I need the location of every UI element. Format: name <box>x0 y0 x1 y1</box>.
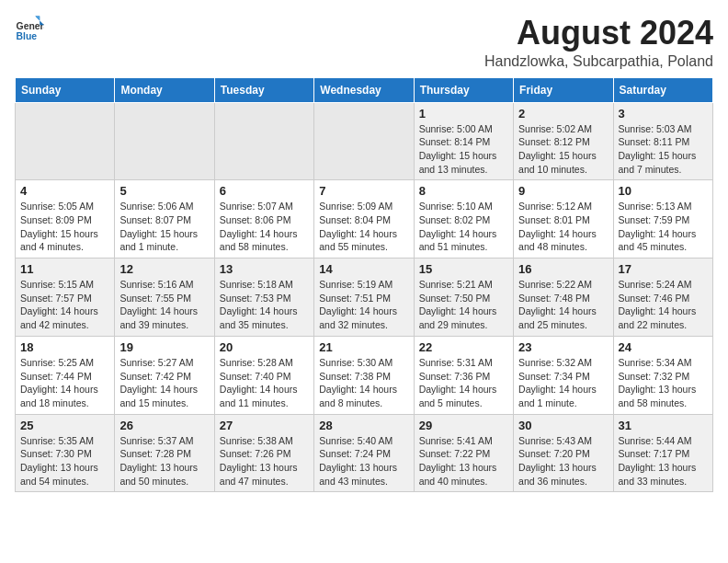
day-info: Sunrise: 5:34 AM Sunset: 7:32 PM Dayligh… <box>619 356 708 410</box>
day-number: 18 <box>20 340 109 354</box>
day-number: 1 <box>419 107 508 121</box>
calendar-day-cell: 19Sunrise: 5:27 AM Sunset: 7:42 PM Dayli… <box>115 336 214 414</box>
calendar-day-cell: 4Sunrise: 5:05 AM Sunset: 8:09 PM Daylig… <box>16 180 115 259</box>
calendar-day-cell: 9Sunrise: 5:12 AM Sunset: 8:01 PM Daylig… <box>514 180 613 259</box>
day-info: Sunrise: 5:07 AM Sunset: 8:06 PM Dayligh… <box>220 200 309 254</box>
calendar-table: SundayMondayTuesdayWednesdayThursdayFrid… <box>15 77 713 493</box>
day-number: 13 <box>220 262 309 276</box>
day-number: 30 <box>518 419 608 432</box>
day-number: 15 <box>419 262 508 276</box>
day-number: 10 <box>619 184 708 198</box>
day-info: Sunrise: 5:18 AM Sunset: 7:53 PM Dayligh… <box>220 278 309 332</box>
title-block: August 2024 Handzlowka, Subcarpathia, Po… <box>484 15 713 70</box>
weekday-header-tuesday: Tuesday <box>214 77 313 102</box>
day-info: Sunrise: 5:38 AM Sunset: 7:26 PM Dayligh… <box>220 434 309 488</box>
day-info: Sunrise: 5:21 AM Sunset: 7:50 PM Dayligh… <box>419 278 508 332</box>
svg-marker-3 <box>35 17 40 21</box>
day-number: 6 <box>220 184 309 198</box>
day-number: 14 <box>319 262 408 276</box>
day-number: 23 <box>518 340 608 354</box>
calendar-day-cell: 20Sunrise: 5:28 AM Sunset: 7:40 PM Dayli… <box>214 336 313 414</box>
day-number: 5 <box>119 184 209 198</box>
day-number: 26 <box>119 419 209 432</box>
weekday-header-friday: Friday <box>514 77 613 102</box>
calendar-week-row: 4Sunrise: 5:05 AM Sunset: 8:09 PM Daylig… <box>16 180 713 259</box>
day-number: 28 <box>319 419 408 432</box>
weekday-header-wednesday: Wednesday <box>314 77 414 102</box>
calendar-day-cell <box>214 102 313 180</box>
weekday-header-row: SundayMondayTuesdayWednesdayThursdayFrid… <box>16 77 713 102</box>
day-info: Sunrise: 5:40 AM Sunset: 7:24 PM Dayligh… <box>319 434 408 488</box>
calendar-week-row: 11Sunrise: 5:15 AM Sunset: 7:57 PM Dayli… <box>16 259 713 337</box>
weekday-header-monday: Monday <box>115 77 214 102</box>
day-info: Sunrise: 5:09 AM Sunset: 8:04 PM Dayligh… <box>319 200 408 254</box>
calendar-week-row: 18Sunrise: 5:25 AM Sunset: 7:44 PM Dayli… <box>16 336 713 414</box>
day-info: Sunrise: 5:15 AM Sunset: 7:57 PM Dayligh… <box>20 278 109 332</box>
calendar-week-row: 25Sunrise: 5:35 AM Sunset: 7:30 PM Dayli… <box>16 414 713 492</box>
day-number: 25 <box>20 419 109 432</box>
day-number: 9 <box>518 184 608 198</box>
day-info: Sunrise: 5:00 AM Sunset: 8:14 PM Dayligh… <box>419 122 508 177</box>
calendar-day-cell: 31Sunrise: 5:44 AM Sunset: 7:17 PM Dayli… <box>613 414 712 492</box>
calendar-day-cell: 7Sunrise: 5:09 AM Sunset: 8:04 PM Daylig… <box>314 180 414 259</box>
calendar-day-cell: 3Sunrise: 5:03 AM Sunset: 8:11 PM Daylig… <box>613 102 712 180</box>
calendar-day-cell: 21Sunrise: 5:30 AM Sunset: 7:38 PM Dayli… <box>314 336 414 414</box>
calendar-day-cell: 5Sunrise: 5:06 AM Sunset: 8:07 PM Daylig… <box>115 180 214 259</box>
weekday-header-sunday: Sunday <box>16 77 115 102</box>
calendar-day-cell: 25Sunrise: 5:35 AM Sunset: 7:30 PM Dayli… <box>16 414 115 492</box>
weekday-header-saturday: Saturday <box>613 77 712 102</box>
calendar-day-cell: 11Sunrise: 5:15 AM Sunset: 7:57 PM Dayli… <box>16 259 115 337</box>
calendar-day-cell: 23Sunrise: 5:32 AM Sunset: 7:34 PM Dayli… <box>514 336 613 414</box>
day-info: Sunrise: 5:37 AM Sunset: 7:28 PM Dayligh… <box>119 434 209 488</box>
calendar-week-row: 1Sunrise: 5:00 AM Sunset: 8:14 PM Daylig… <box>16 102 713 180</box>
day-number: 27 <box>220 419 309 432</box>
generalblue-logo-icon: General Blue <box>15 15 44 44</box>
page-title: August 2024 <box>484 15 713 52</box>
calendar-day-cell: 28Sunrise: 5:40 AM Sunset: 7:24 PM Dayli… <box>314 414 414 492</box>
day-number: 31 <box>619 419 708 432</box>
calendar-day-cell: 6Sunrise: 5:07 AM Sunset: 8:06 PM Daylig… <box>214 180 313 259</box>
day-number: 29 <box>419 419 508 432</box>
day-info: Sunrise: 5:28 AM Sunset: 7:40 PM Dayligh… <box>220 356 309 410</box>
day-info: Sunrise: 5:31 AM Sunset: 7:36 PM Dayligh… <box>419 356 508 410</box>
calendar-day-cell: 15Sunrise: 5:21 AM Sunset: 7:50 PM Dayli… <box>414 259 513 337</box>
calendar-day-cell: 14Sunrise: 5:19 AM Sunset: 7:51 PM Dayli… <box>314 259 414 337</box>
day-info: Sunrise: 5:27 AM Sunset: 7:42 PM Dayligh… <box>119 356 209 410</box>
day-info: Sunrise: 5:03 AM Sunset: 8:11 PM Dayligh… <box>619 122 708 177</box>
calendar-day-cell: 13Sunrise: 5:18 AM Sunset: 7:53 PM Dayli… <box>214 259 313 337</box>
day-info: Sunrise: 5:43 AM Sunset: 7:20 PM Dayligh… <box>518 434 608 488</box>
calendar-day-cell: 2Sunrise: 5:02 AM Sunset: 8:12 PM Daylig… <box>514 102 613 180</box>
day-info: Sunrise: 5:19 AM Sunset: 7:51 PM Dayligh… <box>319 278 408 332</box>
calendar-day-cell: 30Sunrise: 5:43 AM Sunset: 7:20 PM Dayli… <box>514 414 613 492</box>
calendar-day-cell: 10Sunrise: 5:13 AM Sunset: 7:59 PM Dayli… <box>613 180 712 259</box>
day-number: 7 <box>319 184 408 198</box>
day-number: 22 <box>419 340 508 354</box>
day-number: 8 <box>419 184 508 198</box>
day-info: Sunrise: 5:13 AM Sunset: 7:59 PM Dayligh… <box>619 200 708 254</box>
day-info: Sunrise: 5:06 AM Sunset: 8:07 PM Dayligh… <box>119 200 209 254</box>
day-info: Sunrise: 5:32 AM Sunset: 7:34 PM Dayligh… <box>518 356 608 410</box>
day-info: Sunrise: 5:05 AM Sunset: 8:09 PM Dayligh… <box>20 200 109 254</box>
day-info: Sunrise: 5:25 AM Sunset: 7:44 PM Dayligh… <box>20 356 109 410</box>
day-number: 4 <box>20 184 109 198</box>
calendar-day-cell: 27Sunrise: 5:38 AM Sunset: 7:26 PM Dayli… <box>214 414 313 492</box>
day-info: Sunrise: 5:35 AM Sunset: 7:30 PM Dayligh… <box>20 434 109 488</box>
calendar-day-cell <box>115 102 214 180</box>
day-info: Sunrise: 5:02 AM Sunset: 8:12 PM Dayligh… <box>518 122 608 177</box>
day-info: Sunrise: 5:41 AM Sunset: 7:22 PM Dayligh… <box>419 434 508 488</box>
day-number: 3 <box>619 107 708 121</box>
day-number: 12 <box>119 262 209 276</box>
calendar-day-cell: 1Sunrise: 5:00 AM Sunset: 8:14 PM Daylig… <box>414 102 513 180</box>
day-info: Sunrise: 5:10 AM Sunset: 8:02 PM Dayligh… <box>419 200 508 254</box>
page-subtitle: Handzlowka, Subcarpathia, Poland <box>484 53 713 70</box>
calendar-day-cell: 16Sunrise: 5:22 AM Sunset: 7:48 PM Dayli… <box>514 259 613 337</box>
calendar-day-cell: 8Sunrise: 5:10 AM Sunset: 8:02 PM Daylig… <box>414 180 513 259</box>
day-info: Sunrise: 5:22 AM Sunset: 7:48 PM Dayligh… <box>518 278 608 332</box>
day-number: 16 <box>518 262 608 276</box>
day-number: 2 <box>518 107 608 121</box>
day-number: 11 <box>20 262 109 276</box>
day-number: 24 <box>619 340 708 354</box>
calendar-day-cell <box>314 102 414 180</box>
day-info: Sunrise: 5:12 AM Sunset: 8:01 PM Dayligh… <box>518 200 608 254</box>
page-header: General Blue August 2024 Handzlowka, Sub… <box>15 15 713 70</box>
